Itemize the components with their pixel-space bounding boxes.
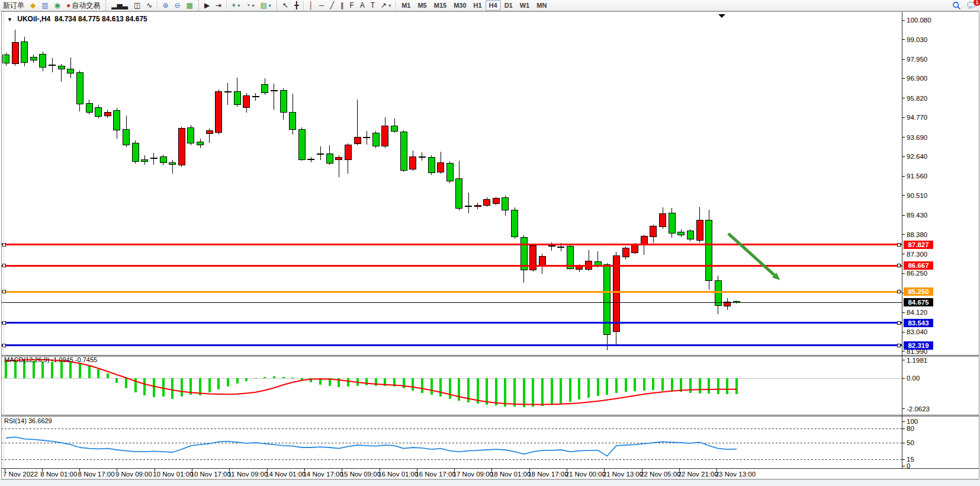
periods-button[interactable]: ◔▾ <box>243 0 257 11</box>
candle-body-down <box>308 159 314 159</box>
timeframe-w1[interactable]: W1 <box>516 0 534 11</box>
search-button[interactable] <box>952 1 961 10</box>
timeframe-h1[interactable]: H1 <box>470 0 486 11</box>
macd-histogram-bar <box>726 378 728 394</box>
timeframe-m1[interactable]: M1 <box>398 0 414 11</box>
bar-chart-button[interactable]: ▂▅▃ <box>108 0 131 11</box>
macd-histogram-bar <box>735 378 738 394</box>
macd-histogram-bar <box>403 378 405 388</box>
date-label: 21 Nov 13:00 <box>603 471 643 478</box>
signals-button[interactable]: ◉ <box>52 0 63 11</box>
price-tick-label: 93.690 <box>907 134 927 141</box>
notifications-button[interactable]: 1 <box>967 1 976 9</box>
crosshair-button[interactable]: ╋ <box>291 0 301 11</box>
timeframe-h4[interactable]: H4 <box>486 0 501 11</box>
main-toolbar: 新订单◆▥◉●自动交易▂▅▃◫∿⊕⊖▦▶⇥+▾◔▾▤▾↖╋│─╱∥FAT↗▾ M… <box>0 0 980 11</box>
candle-body-up <box>539 257 545 266</box>
line-handle[interactable] <box>897 264 900 267</box>
candle-body-down <box>298 129 305 159</box>
chart-ohlc-values: 84.734 84.775 84.613 84.675 <box>54 15 147 23</box>
rsi-tick-label: 80 <box>907 425 914 432</box>
auto-trading-button[interactable]: ●自动交易 <box>63 0 103 11</box>
chart-shift-button[interactable]: ⇥ <box>213 0 224 11</box>
horizontal-line-button[interactable]: ─ <box>316 0 327 11</box>
zoom-out-button[interactable]: ⊖ <box>171 0 183 11</box>
chevron-down-icon: ▼ <box>7 17 12 23</box>
timeframe-mn[interactable]: MN <box>533 0 550 11</box>
candle-body-up <box>345 145 351 160</box>
macd-histogram-bar <box>107 373 109 378</box>
dropdown-arrow-icon: ▾ <box>269 3 271 8</box>
date-label: 17 Nov 09:00 <box>453 471 493 478</box>
equidistant-channel-button[interactable]: ∥ <box>337 0 346 11</box>
timeframe-m15[interactable]: M15 <box>430 0 450 11</box>
price-tick-label: 83.040 <box>907 328 927 335</box>
rsi-tick-label: 50 <box>907 439 914 446</box>
tile-windows-button[interactable]: ▦ <box>184 0 196 11</box>
macd-histogram-bar <box>60 362 63 378</box>
candle-body-up <box>696 220 703 240</box>
candlestick-chart-button[interactable]: ◫ <box>131 0 143 11</box>
candle-body-down <box>706 220 712 281</box>
candle-body-up <box>438 162 444 172</box>
auto-scroll-icon: ▶ <box>204 2 210 9</box>
ticket-icon: ◆ <box>30 2 36 9</box>
indicators-button[interactable]: +▾ <box>229 0 243 11</box>
macd-histogram-bar <box>708 378 710 394</box>
line-handle[interactable] <box>897 321 900 324</box>
chart-title: ▼ UKOil-,H4 84.734 84.775 84.613 84.675 <box>7 15 147 23</box>
text-label-button[interactable]: T <box>368 0 378 11</box>
cursor-button[interactable]: ↖ <box>279 0 291 11</box>
market-watch-button[interactable]: ▥ <box>38 0 51 11</box>
date-label: 18 Nov 01:00 <box>490 471 531 478</box>
autotrading-icon: ● <box>66 2 70 9</box>
line-chart-button[interactable]: ∿ <box>143 0 155 11</box>
zoom-in-button[interactable]: ⊕ <box>159 0 171 11</box>
trendline-button[interactable]: ╱ <box>327 0 337 11</box>
line-handle[interactable] <box>897 243 900 246</box>
timeframe-m5[interactable]: M5 <box>414 0 430 11</box>
macd-pane-label: MACD(12,26,9) -1.0945 -0.7455 <box>4 356 97 363</box>
price-label-text: 82.319 <box>908 342 928 349</box>
new-order-button[interactable]: 新订单 <box>0 0 27 11</box>
line-handle[interactable] <box>897 344 900 347</box>
line-handle[interactable] <box>897 290 900 293</box>
macd-histogram-bar <box>541 378 544 406</box>
macd-values: -1.0945 -0.7455 <box>51 356 97 363</box>
candle-body-down <box>290 112 296 129</box>
macd-histogram-bar <box>301 378 303 380</box>
macd-histogram-bar <box>671 378 673 391</box>
dropdown-arrow-icon: ▾ <box>388 3 391 8</box>
chart-symbol-period: UKOil-,H4 <box>17 15 50 23</box>
auto-scroll-button[interactable]: ▶ <box>201 0 213 11</box>
arrows-button[interactable]: ↗▾ <box>378 0 394 11</box>
price-label-box: 82.319 <box>904 341 933 350</box>
fibonacci-button[interactable]: F <box>346 0 356 11</box>
candle-body-down <box>548 245 555 246</box>
candle-body-down <box>188 127 194 143</box>
price-tick-label: 86.250 <box>907 270 927 277</box>
price-label-box: 87.827 <box>904 241 933 249</box>
toolbar-separator <box>303 1 304 9</box>
macd-histogram-bar <box>606 378 608 395</box>
timeframe-d1[interactable]: D1 <box>501 0 516 11</box>
candle-body-down <box>419 156 425 157</box>
timeframe-m30[interactable]: M30 <box>450 0 470 11</box>
candle-body-up <box>336 158 342 160</box>
candle-body-down <box>715 280 721 305</box>
macd-histogram-bar <box>365 378 368 385</box>
dropdown-arrow-icon: ▾ <box>252 3 254 8</box>
macd-histogram-bar <box>217 378 220 389</box>
candle-body-down <box>669 213 675 233</box>
candle-body-up <box>216 92 222 133</box>
rsi-tick-label: 100 <box>907 418 918 425</box>
macd-histogram-bar <box>430 378 433 395</box>
macd-histogram-bar <box>153 378 155 397</box>
order-ticket-button[interactable]: ◆ <box>27 0 38 11</box>
vertical-line-button[interactable]: │ <box>306 0 316 11</box>
date-label: 18 Nov 17:00 <box>528 471 568 478</box>
text-button[interactable]: A <box>357 0 368 11</box>
rsi-value: 36.6629 <box>28 417 52 424</box>
templates-button[interactable]: ▤▾ <box>257 0 274 11</box>
candle-body-down <box>95 108 102 117</box>
